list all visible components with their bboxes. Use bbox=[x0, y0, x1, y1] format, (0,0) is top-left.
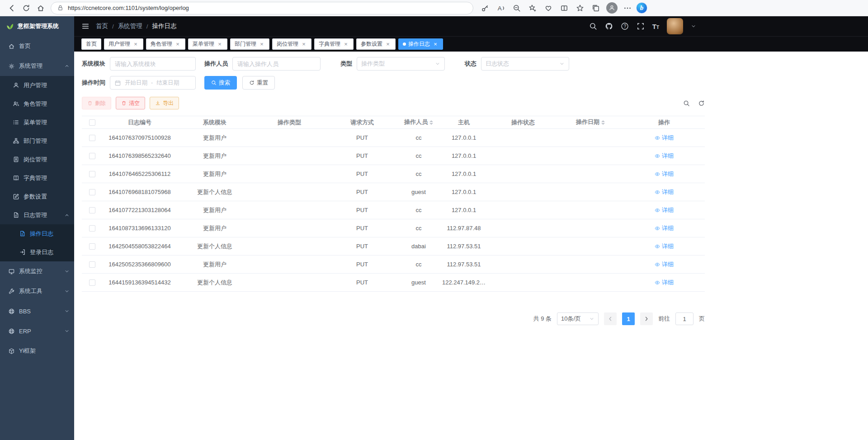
current-page-button[interactable]: 1 bbox=[622, 312, 635, 325]
font-size-icon[interactable] bbox=[652, 23, 659, 30]
sidebar-item-menu-management[interactable]: 菜单管理 bbox=[0, 113, 74, 132]
sidebar-item-role-management[interactable]: 角色管理 bbox=[0, 95, 74, 113]
github-icon[interactable] bbox=[605, 22, 613, 30]
browser-menu-icon[interactable] bbox=[620, 1, 635, 15]
detail-link[interactable]: 详细 bbox=[655, 188, 674, 196]
tab-close-icon[interactable] bbox=[301, 41, 307, 47]
fullscreen-icon[interactable] bbox=[637, 22, 645, 30]
tab-close-icon[interactable] bbox=[175, 41, 181, 47]
read-aloud-icon[interactable] bbox=[494, 1, 508, 15]
bing-chat-icon[interactable] bbox=[636, 2, 647, 14]
tab-user-management[interactable]: 用户管理 bbox=[104, 38, 143, 50]
detail-link[interactable]: 详细 bbox=[655, 242, 674, 251]
tab-close-icon[interactable] bbox=[343, 41, 349, 47]
tab-close-icon[interactable] bbox=[132, 41, 139, 47]
browser-refresh-button[interactable] bbox=[19, 1, 33, 15]
sidebar-item-yi-framework[interactable]: Yi框架 bbox=[0, 341, 74, 361]
sidebar-item-erp[interactable]: ERP bbox=[0, 321, 74, 341]
tab-dictionary-management[interactable]: 字典管理 bbox=[314, 38, 354, 50]
prev-page-button[interactable] bbox=[604, 312, 617, 325]
sidebar-item-operation-log[interactable]: 操作日志 bbox=[0, 224, 74, 243]
tab-close-icon[interactable] bbox=[432, 41, 439, 47]
sidebar-item-parameter-settings[interactable]: 参数设置 bbox=[0, 187, 74, 206]
row-checkbox[interactable] bbox=[89, 225, 95, 232]
avatar-caret-icon[interactable] bbox=[691, 24, 696, 29]
sidebar-item-department-management[interactable]: 部门管理 bbox=[0, 132, 74, 150]
help-icon[interactable] bbox=[621, 22, 629, 30]
tab-close-icon[interactable] bbox=[217, 41, 223, 47]
favorites-icon[interactable] bbox=[573, 1, 587, 15]
delete-button[interactable]: 删除 bbox=[82, 97, 111, 109]
tab-role-management[interactable]: 角色管理 bbox=[146, 38, 185, 50]
tab-menu-management[interactable]: 菜单管理 bbox=[188, 38, 227, 50]
browser-profile-avatar[interactable] bbox=[604, 1, 619, 15]
sort-carets-icon[interactable] bbox=[601, 118, 605, 127]
row-checkbox[interactable] bbox=[89, 261, 95, 268]
date-range-picker[interactable]: 开始日期 - 结束日期 bbox=[110, 76, 196, 90]
detail-link[interactable]: 详细 bbox=[655, 260, 674, 269]
row-checkbox[interactable] bbox=[89, 153, 95, 159]
sidebar-collapse-icon[interactable] bbox=[81, 22, 90, 30]
detail-link[interactable]: 详细 bbox=[655, 279, 674, 287]
tab-close-icon[interactable] bbox=[259, 41, 265, 47]
column-action: 操作 bbox=[623, 116, 705, 129]
search-button[interactable]: 搜索 bbox=[204, 76, 237, 90]
detail-link[interactable]: 详细 bbox=[655, 206, 674, 214]
row-checkbox[interactable] bbox=[89, 171, 95, 177]
row-checkbox[interactable] bbox=[89, 207, 95, 213]
tab-parameter-settings[interactable]: 参数设置 bbox=[356, 38, 396, 50]
row-checkbox[interactable] bbox=[89, 279, 95, 286]
collections-icon[interactable] bbox=[589, 1, 603, 15]
sidebar-item-user-management[interactable]: 用户管理 bbox=[0, 76, 74, 95]
user-avatar[interactable] bbox=[667, 18, 683, 34]
clear-button[interactable]: 清空 bbox=[116, 97, 145, 109]
zoom-out-icon[interactable] bbox=[509, 1, 524, 15]
goto-page-input[interactable] bbox=[675, 312, 693, 325]
tab-post-management[interactable]: 岗位管理 bbox=[272, 38, 311, 50]
detail-link[interactable]: 详细 bbox=[655, 224, 674, 232]
row-checkbox[interactable] bbox=[89, 243, 95, 250]
add-favorite-icon[interactable] bbox=[525, 1, 540, 15]
sidebar-item-system-monitoring[interactable]: 系统监控 bbox=[0, 261, 74, 281]
browser-home-button[interactable] bbox=[33, 1, 48, 15]
sidebar-item-log-management[interactable]: 日志管理 bbox=[0, 206, 74, 224]
reset-button[interactable]: 重置 bbox=[242, 76, 275, 90]
sidebar-item-login-log[interactable]: 登录日志 bbox=[0, 243, 74, 261]
next-page-button[interactable] bbox=[640, 312, 653, 325]
browser-back-button[interactable] bbox=[5, 1, 19, 15]
export-button[interactable]: 导出 bbox=[150, 97, 179, 109]
status-select[interactable]: 日志状态 bbox=[481, 57, 569, 71]
sort-carets-icon[interactable] bbox=[429, 118, 433, 127]
detail-link[interactable]: 详细 bbox=[655, 152, 674, 160]
page-size-select[interactable]: 10条/页 bbox=[557, 312, 599, 325]
sidebar-item-dictionary-management[interactable]: 字典管理 bbox=[0, 169, 74, 187]
sidebar-item-system-management[interactable]: 系统管理 bbox=[0, 56, 74, 76]
sidebar-item-post-management[interactable]: 岗位管理 bbox=[0, 150, 74, 169]
password-key-icon[interactable] bbox=[478, 1, 492, 15]
refresh-table-icon[interactable] bbox=[698, 100, 705, 107]
sidebar-item-system-tools[interactable]: 系统工具 bbox=[0, 281, 74, 301]
module-input[interactable] bbox=[110, 57, 196, 71]
type-select[interactable]: 操作类型 bbox=[357, 57, 445, 71]
header-search-icon[interactable] bbox=[589, 22, 597, 30]
tab-operation-log[interactable]: 操作日志 bbox=[398, 38, 443, 50]
tab-department-management[interactable]: 部门管理 bbox=[230, 38, 269, 50]
browser-toolbar: https://ccnetcore.com:1101/system/log/op… bbox=[0, 0, 868, 16]
cell-module: 更新用户 bbox=[177, 219, 253, 237]
split-screen-icon[interactable] bbox=[557, 1, 571, 15]
operator-input[interactable] bbox=[232, 57, 321, 71]
sidebar-item-bbs[interactable]: BBS bbox=[0, 301, 74, 321]
select-all-checkbox[interactable] bbox=[89, 119, 95, 126]
breadcrumb-system-management[interactable]: 系统管理 bbox=[118, 22, 142, 30]
row-checkbox[interactable] bbox=[89, 189, 95, 195]
toggle-search-icon[interactable] bbox=[683, 100, 690, 107]
tab-home[interactable]: 首页 bbox=[81, 38, 101, 50]
address-bar[interactable]: https://ccnetcore.com:1101/system/log/op… bbox=[51, 2, 473, 14]
detail-link[interactable]: 详细 bbox=[655, 134, 674, 142]
row-checkbox[interactable] bbox=[89, 135, 95, 141]
tab-close-icon[interactable] bbox=[385, 41, 391, 47]
detail-link[interactable]: 详细 bbox=[655, 170, 674, 178]
browser-essentials-icon[interactable] bbox=[541, 1, 556, 15]
sidebar-item-home[interactable]: 首页 bbox=[0, 36, 74, 56]
breadcrumb-home[interactable]: 首页 bbox=[96, 22, 108, 30]
